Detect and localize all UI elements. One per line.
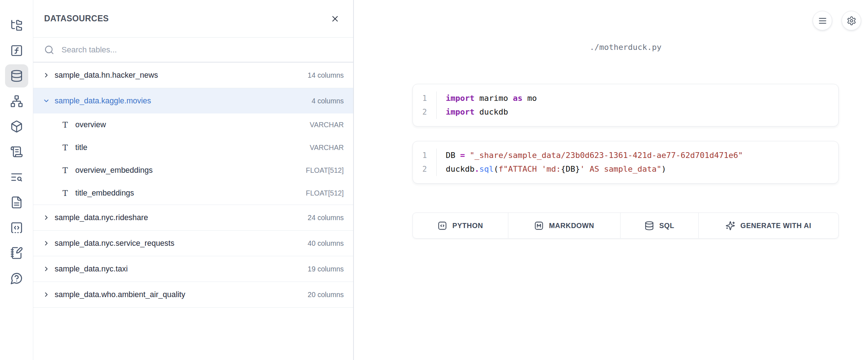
table-name: sample_data.nyc.taxi (55, 265, 128, 274)
code-token: ' AS sample_data" (580, 164, 661, 173)
add-cell-markdown-button[interactable]: MARKDOWN (508, 213, 621, 238)
search-tables-input[interactable] (62, 45, 342, 55)
table-row[interactable]: sample_data.kaggle.movies4 columns (33, 88, 353, 113)
code-token: sql (479, 164, 494, 173)
chevron-right-icon (43, 291, 50, 298)
code-token: mo (522, 94, 537, 103)
table-group: sample_data.nyc.service_requests40 colum… (33, 231, 353, 256)
activity-rail (0, 0, 33, 360)
rail-item-square-function[interactable] (5, 39, 28, 62)
rail-item-box[interactable] (5, 115, 28, 138)
settings-icon (847, 16, 856, 26)
code-token: f"ATTACH 'md: (499, 164, 561, 173)
datasources-panel: DATASOURCES sample_data.hn.hacker_news14… (33, 0, 354, 360)
rail-item-scroll-text[interactable] (5, 140, 28, 163)
notebook-filename: ./motherduck.py (412, 43, 839, 52)
column-row[interactable]: TtitleVARCHAR (33, 136, 353, 159)
rail-item-message-circle-question[interactable] (5, 267, 28, 290)
chevron-right-icon (43, 214, 50, 221)
code-token: import (446, 107, 474, 116)
column-type-icon: T (61, 143, 69, 152)
box-icon (10, 120, 23, 133)
add-cell-generate-with-ai-button[interactable]: GENERATE WITH AI (699, 213, 838, 238)
column-type-icon: T (61, 166, 69, 175)
column-name: overview (75, 120, 106, 129)
code-token: {DB} (561, 164, 580, 173)
code-line: DB = "_share/sample_data/23b0d623-1361-4… (446, 149, 838, 162)
table-group: sample_data.nyc.rideshare24 columns (33, 205, 353, 231)
code-token: duckdb (446, 164, 474, 173)
table-column-count: 20 columns (308, 291, 344, 299)
notebook-menu-button[interactable] (813, 11, 832, 30)
menu-icon (818, 16, 827, 26)
chevron-right-icon (43, 72, 50, 79)
table-row[interactable]: sample_data.nyc.service_requests40 colum… (33, 231, 353, 256)
code-token: marimo (474, 94, 513, 103)
code-token: "_share/sample_data/23b0d623-1361-421d-a… (470, 151, 743, 160)
column-type-icon: T (61, 120, 69, 129)
rail-item-square-dashed-bottom-code[interactable] (5, 216, 28, 239)
add-cell-label: PYTHON (452, 222, 483, 230)
column-name: overview_embeddings (75, 166, 153, 175)
add-cell-python-button[interactable]: PYTHON (413, 213, 508, 238)
table-row[interactable]: sample_data.hn.hacker_news14 columns (33, 63, 353, 88)
code-token: as (513, 94, 522, 103)
add-cell-label: SQL (659, 222, 674, 230)
code-token: = (460, 151, 465, 160)
code-line: duckdb.sql(f"ATTACH 'md:{DB}' AS sample_… (446, 162, 838, 176)
column-row[interactable]: Ttitle_embeddingsFLOAT[512] (33, 182, 353, 205)
column-row[interactable]: ToverviewVARCHAR (33, 113, 353, 136)
code-cell: 12import marimo as moimport duckdb (412, 84, 839, 127)
rail-item-database[interactable] (5, 64, 28, 87)
table-column-count: 24 columns (308, 214, 344, 222)
file-tree-icon (10, 19, 23, 32)
column-type: VARCHAR (310, 121, 344, 129)
chevron-right-icon (43, 214, 50, 221)
code-editor[interactable]: DB = "_share/sample_data/23b0d623-1361-4… (437, 149, 838, 176)
datasources-header: DATASOURCES (33, 0, 353, 38)
code-line: import marimo as mo (446, 91, 838, 105)
rail-item-notebook-pen[interactable] (5, 241, 28, 265)
table-column-count: 4 columns (312, 97, 344, 105)
chevron-right-icon (43, 72, 50, 79)
table-name: sample_data.hn.hacker_news (55, 71, 158, 80)
chevron-right-icon (43, 265, 50, 273)
database-icon (10, 69, 23, 82)
square-dashed-bottom-code-icon (10, 221, 23, 234)
table-row[interactable]: sample_data.nyc.rideshare24 columns (33, 205, 353, 230)
table-column-count: 19 columns (308, 265, 344, 273)
chevron-down-icon (43, 97, 50, 104)
network-icon (10, 95, 23, 108)
table-group: sample_data.hn.hacker_news14 columns (33, 63, 353, 88)
code-token: import (446, 94, 474, 103)
close-panel-button[interactable] (328, 12, 342, 26)
rail-item-text-search[interactable] (5, 166, 28, 189)
table-name: sample_data.kaggle.movies (55, 97, 151, 106)
text-search-icon (10, 171, 23, 184)
column-type: VARCHAR (310, 143, 344, 152)
line-numbers: 12 (413, 149, 437, 176)
add-cell-label: MARKDOWN (549, 222, 594, 230)
search-icon (44, 45, 54, 55)
rail-item-network[interactable] (5, 90, 28, 113)
table-row[interactable]: sample_data.who.ambient_air_quality20 co… (33, 282, 353, 307)
add-cell-label: GENERATE WITH AI (740, 222, 811, 230)
panel-title: DATASOURCES (44, 14, 109, 23)
column-type: FLOAT[512] (306, 189, 344, 197)
marimo-app: DATASOURCES sample_data.hn.hacker_news14… (0, 0, 868, 360)
code-editor[interactable]: import marimo as moimport duckdb (437, 91, 838, 119)
column-type-icon: T (61, 189, 69, 198)
table-column-count: 14 columns (308, 71, 344, 80)
table-row[interactable]: sample_data.nyc.taxi19 columns (33, 256, 353, 282)
table-name: sample_data.who.ambient_air_quality (55, 290, 185, 299)
rail-item-file-tree[interactable] (5, 14, 28, 37)
settings-button[interactable] (842, 11, 861, 30)
rail-item-file-text[interactable] (5, 191, 28, 214)
add-cell-sql-button[interactable]: SQL (621, 213, 699, 238)
table-group: sample_data.nyc.taxi19 columns (33, 256, 353, 282)
scroll-text-icon (10, 145, 23, 158)
line-numbers: 12 (413, 91, 437, 119)
table-column-count: 40 columns (308, 239, 344, 248)
tables-tree: sample_data.hn.hacker_news14 columnssamp… (33, 63, 353, 308)
column-row[interactable]: Toverview_embeddingsFLOAT[512] (33, 159, 353, 182)
